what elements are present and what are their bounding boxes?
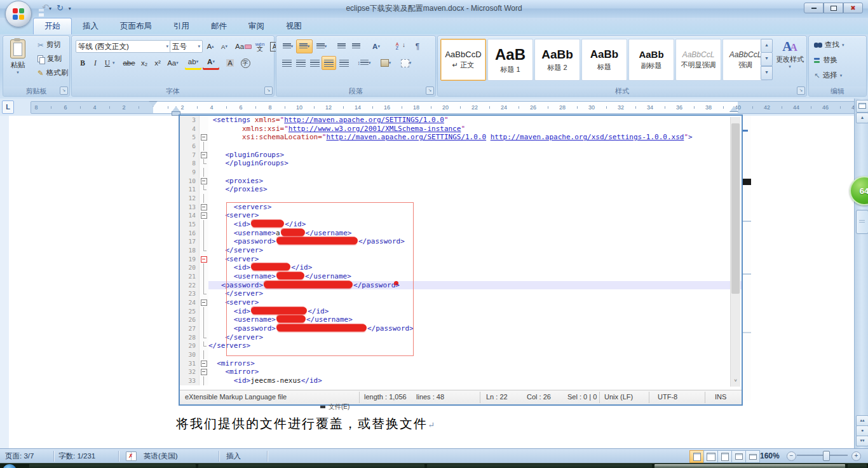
draft-view-button[interactable] bbox=[745, 450, 760, 463]
taskbar-button-active[interactable] bbox=[654, 464, 845, 468]
strikethrough-button[interactable]: abe bbox=[120, 56, 138, 70]
tab-stop-selector[interactable]: L bbox=[2, 100, 14, 114]
fold-marker[interactable] bbox=[200, 211, 208, 220]
taskbar-button-1[interactable] bbox=[198, 464, 424, 468]
fold-marker[interactable] bbox=[200, 333, 208, 342]
zoom-slider-thumb[interactable] bbox=[823, 451, 830, 461]
toggle-ruler-button[interactable] bbox=[856, 100, 868, 113]
redo-button[interactable]: ↻ bbox=[57, 4, 64, 13]
zoom-in-button[interactable]: + bbox=[851, 451, 861, 461]
bold-button[interactable]: B bbox=[76, 56, 90, 70]
fold-marker[interactable] bbox=[200, 168, 208, 177]
zoom-level[interactable]: 160% bbox=[760, 451, 780, 460]
fold-marker[interactable] bbox=[200, 194, 208, 203]
fold-marker[interactable] bbox=[200, 133, 208, 142]
fold-marker[interactable] bbox=[200, 281, 208, 290]
fold-marker[interactable] bbox=[200, 255, 208, 264]
fold-marker[interactable] bbox=[200, 324, 208, 333]
font-color-button[interactable]: A▾ bbox=[203, 55, 219, 68]
style-card-标题 2[interactable]: AaBb标题 2 bbox=[534, 39, 580, 81]
underline-dropdown-icon[interactable]: ▾ bbox=[112, 60, 115, 65]
find-button[interactable]: 查找 ▾ bbox=[814, 40, 844, 50]
decrease-indent-button[interactable] bbox=[334, 39, 349, 53]
taskbar-tray[interactable] bbox=[848, 464, 867, 468]
language-indicator[interactable]: 英语(美国) bbox=[144, 451, 178, 461]
fold-marker[interactable] bbox=[200, 177, 208, 186]
underline-button[interactable]: U bbox=[101, 56, 114, 70]
select-browse-object-button[interactable]: ● bbox=[856, 425, 868, 436]
word-count[interactable]: 字数: 1/231 bbox=[58, 451, 95, 461]
bullets-button[interactable]: ▾ bbox=[280, 39, 296, 53]
zoom-slider-track[interactable] bbox=[797, 455, 848, 456]
show-marks-button[interactable]: ¶ bbox=[410, 39, 425, 53]
styles-dialog-launcher[interactable]: ↘ bbox=[797, 86, 805, 95]
tab-home[interactable]: 开始 bbox=[33, 18, 72, 34]
fold-marker[interactable] bbox=[200, 159, 208, 168]
outline-view-button[interactable] bbox=[731, 450, 746, 463]
fullscreen-reading-view-button[interactable] bbox=[703, 450, 718, 463]
fold-marker[interactable] bbox=[200, 246, 208, 255]
tab-mailings[interactable]: 邮件 bbox=[200, 18, 238, 34]
fold-marker[interactable] bbox=[200, 185, 208, 194]
fold-marker[interactable] bbox=[200, 341, 208, 350]
fold-marker[interactable] bbox=[200, 142, 208, 151]
increase-indent-button[interactable] bbox=[348, 39, 363, 53]
taskbar-button-2[interactable] bbox=[427, 464, 652, 468]
undo-button[interactable]: ↶▾ bbox=[42, 3, 51, 13]
grow-font-button[interactable]: A▴ bbox=[203, 39, 218, 53]
previous-page-button[interactable]: ▴▴ bbox=[856, 415, 868, 426]
font-name-combo[interactable]: 等线 (西文正文) ▾ bbox=[76, 40, 171, 53]
copy-button[interactable]: 复制 bbox=[37, 54, 62, 64]
align-right-button[interactable] bbox=[308, 56, 322, 70]
select-button[interactable]: ↖ 选择 ▾ bbox=[814, 71, 842, 80]
fold-marker[interactable] bbox=[200, 298, 208, 307]
style-card-不明显强调[interactable]: AaBbCcL不明显强调 bbox=[675, 39, 721, 81]
justify-button[interactable] bbox=[322, 56, 336, 70]
spell-check-icon[interactable]: ✗ bbox=[126, 451, 137, 461]
close-button[interactable]: ✖ bbox=[843, 3, 863, 13]
print-layout-view-button[interactable] bbox=[689, 450, 704, 463]
clear-formatting-button[interactable]: Aa bbox=[234, 39, 252, 53]
fold-marker[interactable] bbox=[200, 263, 208, 272]
numbering-button[interactable]: ▾ bbox=[296, 39, 313, 53]
taskbar-icons-area[interactable] bbox=[29, 464, 196, 468]
scroll-up-button[interactable]: ▴ bbox=[856, 113, 868, 123]
tab-references[interactable]: 引用 bbox=[163, 18, 200, 34]
phonetic-guide-button[interactable]: wén 文 bbox=[252, 39, 268, 53]
fold-marker[interactable] bbox=[200, 151, 208, 160]
fold-marker[interactable] bbox=[200, 203, 208, 212]
fold-marker[interactable] bbox=[200, 289, 208, 298]
paragraph-dialog-launcher[interactable]: ↘ bbox=[426, 86, 434, 95]
enclose-characters-button[interactable]: 字 bbox=[238, 56, 252, 70]
shading-button[interactable]: ▾ bbox=[376, 56, 395, 70]
font-dialog-launcher[interactable]: ↘ bbox=[264, 86, 273, 95]
start-button[interactable] bbox=[3, 464, 17, 468]
fold-marker[interactable] bbox=[200, 359, 208, 368]
fold-marker[interactable] bbox=[200, 315, 208, 324]
styles-scroll-up-button[interactable]: ▴ bbox=[761, 39, 773, 53]
fold-marker[interactable] bbox=[200, 368, 208, 376]
fold-marker[interactable] bbox=[200, 229, 208, 238]
tab-page-layout[interactable]: 页面布局 bbox=[109, 18, 163, 34]
style-card-标题[interactable]: AaBb标题 bbox=[581, 39, 627, 81]
scrollbar-thumb[interactable] bbox=[856, 210, 868, 234]
replace-button[interactable]: 替换 bbox=[814, 55, 837, 65]
cut-button[interactable]: ✂ 剪切 bbox=[37, 40, 61, 50]
character-shading-button[interactable]: A bbox=[223, 56, 237, 70]
format-painter-button[interactable]: ✎ 格式刷 bbox=[37, 68, 68, 78]
align-left-button[interactable] bbox=[280, 56, 294, 70]
next-page-button[interactable]: ▾▾ bbox=[856, 436, 868, 446]
zoom-out-button[interactable]: − bbox=[787, 451, 796, 461]
office-button[interactable] bbox=[5, 1, 32, 27]
fold-marker[interactable] bbox=[200, 350, 208, 359]
style-card-标题 1[interactable]: AaB标题 1 bbox=[487, 39, 533, 81]
restore-button[interactable] bbox=[824, 3, 843, 13]
borders-button[interactable]: ▾ bbox=[396, 56, 416, 70]
style-card-副标题[interactable]: AaBb副标题 bbox=[628, 39, 674, 81]
clipboard-dialog-launcher[interactable]: ↘ bbox=[60, 86, 68, 95]
italic-button[interactable]: I bbox=[89, 56, 102, 70]
styles-gallery-more-button[interactable]: ▾ bbox=[761, 65, 773, 80]
subscript-button[interactable]: x₂ bbox=[137, 56, 151, 70]
fold-marker[interactable] bbox=[200, 272, 208, 281]
multilevel-list-button[interactable]: ▾ bbox=[313, 39, 330, 53]
